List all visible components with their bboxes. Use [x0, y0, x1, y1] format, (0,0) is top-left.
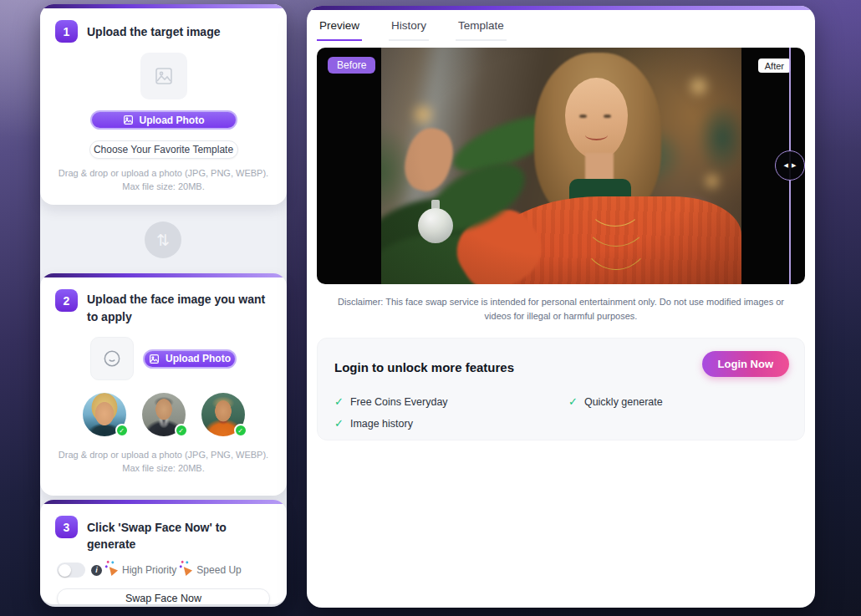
arrow-left-icon: ◀ — [784, 162, 788, 169]
step1-badge: 1 — [55, 20, 78, 43]
image-placeholder-icon — [154, 66, 174, 86]
upload-hint-text: Drag & drop or upload a photo (JPG, PNG,… — [40, 448, 287, 475]
upload-face-photo-button[interactable]: Upload Photo — [143, 349, 237, 369]
smiley-face-icon — [101, 348, 123, 369]
selected-check-icon: ✓ — [175, 424, 188, 437]
party-popper-icon — [106, 564, 118, 576]
party-popper-icon — [181, 564, 192, 576]
upload-steps-panel: 1 Upload the target image Upload Photo C… — [40, 4, 287, 607]
preview-photo — [381, 48, 741, 284]
choose-template-button[interactable]: Choose Your Favorite Template — [89, 140, 238, 159]
selected-check-icon: ✓ — [115, 424, 129, 437]
step2-card: 2 Upload the face image you want to appl… — [40, 273, 287, 496]
arrow-right-icon: ▶ — [792, 162, 796, 169]
result-panel: Preview History Template Before After — [307, 6, 815, 608]
upload-image-icon — [123, 115, 134, 125]
toggle-knob — [59, 564, 71, 577]
card-accent-strip — [40, 500, 287, 504]
step2-badge: 2 — [55, 289, 78, 312]
login-promo-card: Login to unlock more features Login Now … — [317, 338, 805, 440]
selected-check-icon: ✓ — [234, 424, 247, 437]
step1-card: 1 Upload the target image Upload Photo C… — [40, 4, 287, 205]
tab-preview[interactable]: Preview — [317, 18, 362, 41]
comparison-slider-handle[interactable]: ◀ ▶ — [775, 150, 805, 181]
upload-target-photo-button[interactable]: Upload Photo — [90, 110, 237, 130]
login-now-button[interactable]: Login Now — [702, 351, 789, 377]
swap-arrows-icon: ⇅ — [156, 231, 170, 250]
feature-quick-generate: ✓ Quickly generate — [568, 395, 663, 408]
upload-button-label: Upload Photo — [140, 115, 205, 126]
target-image-dropzone[interactable] — [140, 53, 187, 99]
panel-accent-strip — [307, 6, 815, 10]
login-promo-title: Login to unlock more features — [334, 360, 514, 374]
upload-button-label: Upload Photo — [166, 353, 231, 364]
feature-free-coins: ✓ Free Coins Everyday — [334, 395, 448, 408]
result-tabbar: Preview History Template — [307, 6, 815, 41]
step3-card: 3 Click 'Swap Face Now' to generate i Hi… — [40, 500, 287, 604]
step3-badge: 3 — [55, 516, 78, 538]
card-accent-strip — [40, 273, 287, 277]
sample-faces-row: ✓ ✓ ✓ — [40, 393, 287, 436]
card-accent-strip — [40, 4, 287, 8]
check-icon: ✓ — [334, 417, 344, 430]
high-priority-toggle[interactable] — [57, 563, 85, 578]
sample-face-man-orange-jacket[interactable]: ✓ — [201, 393, 245, 436]
before-after-comparison: Before After ◀ ▶ — [317, 48, 805, 284]
tab-history[interactable]: History — [389, 18, 429, 41]
step3-title: Click 'Swap Face Now' to generate — [87, 516, 272, 552]
sample-face-man-suit[interactable]: ✓ — [142, 393, 186, 436]
tab-template[interactable]: Template — [456, 18, 507, 41]
upload-image-icon — [149, 354, 160, 364]
disclaimer-text: Disclaimer: This face swap service is in… — [317, 295, 805, 323]
step2-title: Upload the face image you want to apply — [87, 289, 272, 326]
after-badge: After — [758, 59, 791, 73]
before-badge: Before — [328, 57, 375, 74]
info-icon[interactable]: i — [91, 565, 102, 576]
step1-title: Upload the target image — [87, 20, 220, 40]
face-image-dropzone[interactable] — [90, 337, 134, 380]
swap-direction-button[interactable]: ⇅ — [145, 221, 181, 258]
swap-face-now-button[interactable]: Swap Face Now — [57, 588, 270, 604]
speed-up-label: Speed Up — [196, 564, 241, 576]
sample-face-woman-beach[interactable]: ✓ — [83, 393, 126, 436]
high-priority-label: High Priority — [122, 564, 176, 576]
upload-hint-text: Drag & drop or upload a photo (JPG, PNG,… — [40, 166, 287, 193]
feature-image-history: ✓ Image history — [334, 417, 413, 430]
check-icon: ✓ — [334, 395, 344, 408]
check-icon: ✓ — [568, 395, 578, 408]
